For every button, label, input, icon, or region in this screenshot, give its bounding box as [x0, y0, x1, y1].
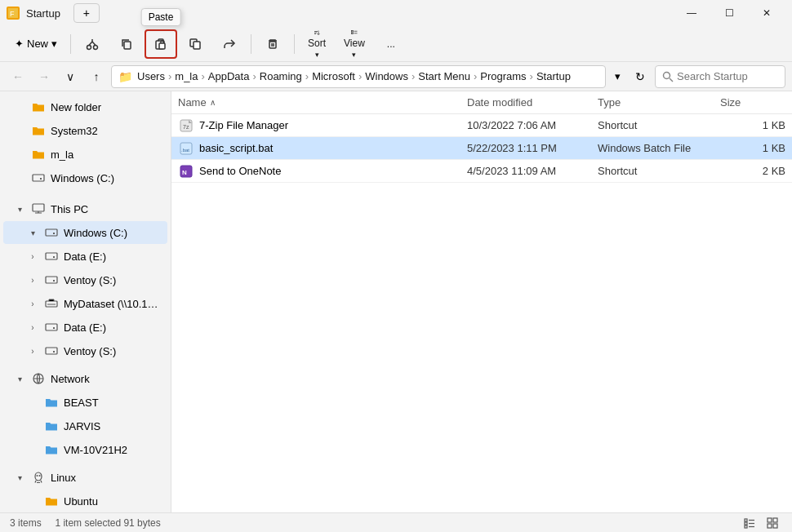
new-tab-button[interactable]: +: [73, 3, 100, 23]
svg-rect-25: [40, 178, 42, 180]
svg-rect-31: [46, 277, 57, 283]
sidebar-item-vm[interactable]: VM-10V21H2: [3, 438, 167, 461]
back-button[interactable]: ←: [7, 65, 29, 88]
paste-button[interactable]: [145, 29, 177, 59]
close-button[interactable]: ✕: [748, 0, 785, 26]
path-part-appdata[interactable]: AppData: [208, 70, 250, 82]
forward-button[interactable]: →: [33, 65, 56, 88]
refresh-button[interactable]: ↻: [629, 65, 652, 88]
address-path[interactable]: 📁 Users › m_la › AppData › Roaming › Mic…: [111, 65, 606, 88]
sidebar-item-beast[interactable]: BEAST: [3, 391, 167, 414]
sidebar-item-linux[interactable]: ▾ Linux: [3, 466, 167, 489]
svg-point-39: [35, 472, 42, 481]
copy-path-button[interactable]: [179, 29, 211, 59]
path-part-startmenu[interactable]: Start Menu: [418, 70, 470, 82]
path-part-mla[interactable]: m_la: [175, 70, 198, 82]
file-row-send-to-onenote[interactable]: N Send to OneNote 4/5/2023 11:09 AM Shor…: [171, 160, 792, 183]
delete-icon: [266, 38, 279, 51]
sidebar-item-system32[interactable]: System32: [3, 119, 167, 142]
paste-button-wrapper: Paste: [145, 29, 177, 59]
svg-rect-28: [53, 233, 55, 234]
sidebar-item-data-e[interactable]: › Data (E:): [3, 245, 167, 268]
new-button[interactable]: ✦ New ▾: [7, 29, 65, 59]
sort-button[interactable]: Sort ▾: [300, 29, 334, 59]
file-name-basic-script: basic_script.bat: [199, 142, 467, 154]
sidebar-item-ubuntu[interactable]: Ubuntu: [3, 490, 167, 512]
file-area: Name ∧ Date modified Type Size 7z 7-Zip …: [171, 91, 792, 512]
svg-rect-37: [53, 351, 55, 352]
separator-3: [294, 34, 295, 54]
minimize-button[interactable]: —: [673, 0, 710, 26]
sidebar-item-mydataset[interactable]: › MyDataset (\\10.1.4.171) (Z:): [3, 292, 167, 315]
col-header-type[interactable]: Type: [598, 96, 720, 109]
sidebar: New folder System32 m_la Windows (C:): [0, 91, 171, 512]
expand-arrow-icon: ▾: [13, 375, 26, 383]
sort-arrow-icon: ▾: [315, 51, 319, 59]
svg-point-22: [664, 72, 670, 78]
sidebar-item-ventoy-s[interactable]: › Ventoy (S:): [3, 268, 167, 291]
sidebar-spacer-2: [0, 363, 171, 366]
path-part-windows[interactable]: Windows: [365, 70, 408, 82]
file-row-7zip[interactable]: 7z 7-Zip File Manager 10/3/2022 7:06 AM …: [171, 114, 792, 137]
sidebar-item-label: m_la: [51, 149, 161, 161]
more-button[interactable]: ...: [375, 29, 407, 59]
path-part-microsoft[interactable]: Microsoft: [312, 70, 355, 82]
maximize-button[interactable]: ☐: [710, 0, 748, 26]
sidebar-item-this-pc[interactable]: ▾ This PC: [3, 197, 167, 220]
drive-icon: [44, 320, 59, 335]
col-header-date[interactable]: Date modified: [467, 96, 598, 109]
file-date-7zip: 10/3/2022 7:06 AM: [467, 119, 598, 131]
expand-nav-button[interactable]: ∨: [59, 65, 82, 88]
sidebar-item-windows-c[interactable]: ▾ Windows (C:): [3, 221, 167, 244]
sort-label: Sort: [308, 38, 326, 49]
file-type-onenote: Shortcut: [598, 165, 720, 177]
svg-rect-9: [159, 43, 165, 49]
path-part-users[interactable]: Users: [137, 70, 165, 82]
col-header-name[interactable]: Name ∧: [178, 96, 467, 109]
col-header-size[interactable]: Size: [720, 96, 785, 109]
status-right: [740, 515, 782, 531]
status-bar: 3 items 1 item selected 91 bytes: [0, 512, 792, 532]
svg-point-3: [94, 45, 98, 49]
separator-2: [251, 34, 251, 54]
search-input[interactable]: [677, 70, 775, 82]
large-icons-view-button[interactable]: [763, 515, 782, 531]
up-button[interactable]: ↑: [85, 65, 108, 88]
svg-point-40: [37, 475, 38, 477]
details-view-button[interactable]: [740, 515, 759, 531]
expand-arrow-icon: ▾: [13, 205, 26, 214]
sidebar-item-windows-c-top[interactable]: Windows (C:): [3, 166, 167, 189]
folder-icon: [31, 147, 46, 162]
view-button[interactable]: View ▾: [336, 29, 373, 59]
sidebar-item-new-folder[interactable]: New folder: [3, 95, 167, 118]
cut-button[interactable]: [76, 29, 109, 59]
sidebar-item-network[interactable]: ▾ Network: [3, 367, 167, 390]
sidebar-item-data-e2[interactable]: › Data (E:): [3, 316, 167, 339]
sidebar-item-ventoy-s2[interactable]: › Ventoy (S:): [3, 339, 167, 362]
copy-button[interactable]: [110, 29, 143, 59]
file-icon-basic-script: .bat: [178, 140, 194, 157]
new-arrow-icon: ▾: [51, 38, 57, 50]
item-count: 3 items: [10, 517, 42, 529]
sidebar-item-label: BEAST: [64, 397, 161, 409]
path-part-roaming[interactable]: Roaming: [260, 70, 302, 82]
drive-icon: [44, 273, 59, 287]
window-controls: — ☐ ✕: [673, 0, 785, 26]
expand-arrow-icon: ▾: [13, 473, 26, 482]
file-size-basic-script: 1 KB: [720, 142, 785, 154]
path-part-programs[interactable]: Programs: [480, 70, 526, 82]
sidebar-item-jarvis[interactable]: JARVIS: [3, 415, 167, 437]
path-part-startup[interactable]: Startup: [536, 70, 571, 82]
address-dropdown-button[interactable]: ▾: [609, 65, 625, 88]
delete-button[interactable]: [256, 29, 289, 59]
file-size-onenote: 2 KB: [720, 165, 785, 177]
expand-icon: ›: [26, 252, 39, 261]
svg-text:F: F: [10, 10, 15, 18]
svg-line-4: [89, 42, 92, 46]
folder-icon: [44, 395, 59, 410]
svg-rect-36: [46, 348, 57, 354]
sidebar-item-mla[interactable]: m_la: [3, 143, 167, 166]
share-button[interactable]: [213, 29, 246, 59]
file-type-basic-script: Windows Batch File: [598, 142, 720, 154]
file-row-basic-script[interactable]: .bat basic_script.bat 5/22/2023 1:11 PM …: [171, 137, 792, 160]
